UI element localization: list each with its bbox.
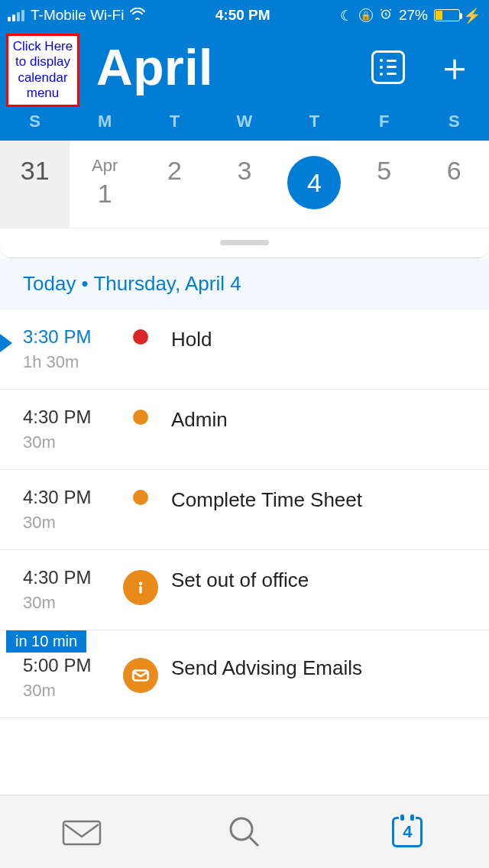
mail-circle-icon xyxy=(123,658,158,693)
calendar-tab-day: 4 xyxy=(403,822,412,842)
weekday-mon: M xyxy=(70,112,139,131)
svg-rect-4 xyxy=(63,821,100,844)
event-title: Hold xyxy=(159,326,466,351)
reminder-tag: in 10 min xyxy=(6,630,86,653)
screen: T-Mobile Wi-Fi 4:50 PM ☾ 🔒 27% ⚡ Click H… xyxy=(0,0,489,868)
event-duration: 30m xyxy=(23,513,122,533)
day-cell-3[interactable]: 3 xyxy=(209,141,279,228)
event-title: Admin xyxy=(159,406,466,432)
event-row[interactable]: 4:30 PM 30m Admin xyxy=(0,390,489,470)
day-cell-6[interactable]: 6 xyxy=(419,141,489,228)
weekday-fri: F xyxy=(349,112,419,131)
event-row[interactable]: 4:30 PM 30m Complete Time Sheet xyxy=(0,470,489,550)
calendar-menu-callout[interactable]: Click Here to display calendar menu xyxy=(6,34,79,107)
event-time: 3:30 PM xyxy=(23,326,122,348)
search-tab[interactable] xyxy=(163,795,325,868)
header: Click Here to display calendar menu Apri… xyxy=(0,31,489,141)
today-banner: Today • Thursday, April 4 xyxy=(0,258,489,309)
weekday-wed: W xyxy=(209,112,279,131)
drag-handle[interactable] xyxy=(0,228,489,258)
weekday-sun: S xyxy=(0,112,70,131)
calendar-tab-selected[interactable]: 4 xyxy=(326,795,489,868)
day-cell-1[interactable]: Apr 1 xyxy=(70,141,139,228)
signal-icon xyxy=(8,10,24,21)
weekday-sat: S xyxy=(419,112,489,131)
wifi-icon xyxy=(130,8,145,24)
current-time-indicator xyxy=(0,334,12,352)
day-cell-5[interactable]: 5 xyxy=(349,141,419,228)
event-time: 4:30 PM xyxy=(23,567,122,588)
month-title[interactable]: April xyxy=(96,38,213,96)
event-time: 5:00 PM xyxy=(23,655,122,676)
month-short: Apr xyxy=(70,156,139,176)
category-dot-icon xyxy=(133,410,148,425)
moon-icon: ☾ xyxy=(340,7,353,24)
event-duration: 30m xyxy=(23,681,122,701)
mail-tab[interactable] xyxy=(0,795,163,868)
event-duration: 1h 30m xyxy=(23,352,122,372)
alarm-icon xyxy=(379,7,393,24)
event-duration: 30m xyxy=(23,593,122,613)
event-title: Complete Time Sheet xyxy=(159,487,466,512)
tab-bar: 4 xyxy=(0,795,489,868)
info-circle-icon xyxy=(123,570,158,605)
svg-line-6 xyxy=(250,837,258,846)
svg-point-1 xyxy=(139,581,142,585)
event-time: 4:30 PM xyxy=(23,406,122,428)
weekday-thu: T xyxy=(280,112,349,131)
event-duration: 30m xyxy=(23,432,122,452)
event-time: 4:30 PM xyxy=(23,487,122,508)
event-row[interactable]: 3:30 PM 1h 30m Hold xyxy=(0,309,489,390)
agenda-view-icon[interactable] xyxy=(371,50,405,84)
battery-percent: 27% xyxy=(399,7,428,24)
event-list: 3:30 PM 1h 30m Hold 4:30 PM 30m Admin 4:… xyxy=(0,309,489,795)
event-title: Set out of office xyxy=(159,567,466,592)
carrier-label: T-Mobile Wi-Fi xyxy=(31,7,124,24)
svg-point-5 xyxy=(231,818,252,840)
event-row[interactable]: in 10 min 5:00 PM 30m Send Advising Emai… xyxy=(0,638,489,718)
date-strip: 31 Apr 1 2 3 4 5 6 xyxy=(0,141,489,228)
event-row[interactable]: 4:30 PM 30m Set out of office xyxy=(0,550,489,630)
lock-rotation-icon: 🔒 xyxy=(359,8,373,22)
battery-icon: ⚡ xyxy=(434,7,481,24)
add-event-button[interactable]: ＋ xyxy=(436,48,474,86)
day-cell-4-selected[interactable]: 4 xyxy=(280,141,349,228)
category-dot-icon xyxy=(133,490,148,505)
category-dot-icon xyxy=(133,329,148,345)
svg-rect-2 xyxy=(139,586,141,594)
status-bar: T-Mobile Wi-Fi 4:50 PM ☾ 🔒 27% ⚡ xyxy=(0,0,489,31)
weekday-row: S M T W T F S xyxy=(0,112,489,141)
clock: 4:50 PM xyxy=(215,7,270,24)
day-cell-31[interactable]: 31 xyxy=(0,141,70,228)
event-title: Send Advising Emails xyxy=(159,655,466,680)
day-cell-2[interactable]: 2 xyxy=(140,141,209,228)
weekday-tue: T xyxy=(140,112,209,131)
